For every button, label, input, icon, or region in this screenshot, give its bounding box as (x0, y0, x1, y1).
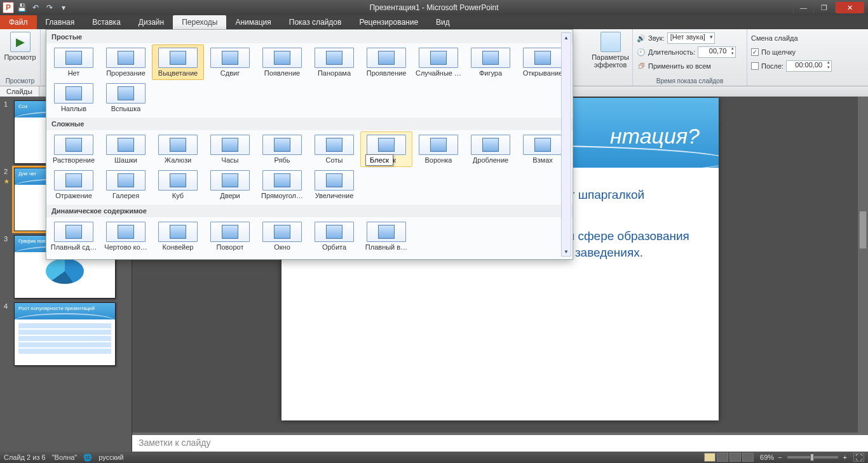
transition-label: Плавный в… (365, 243, 407, 251)
transition-панорама[interactable]: Панорама (308, 44, 360, 80)
effect-options-button[interactable]: Параметры эффектов (589, 30, 632, 70)
qat-menu[interactable]: ▾ (57, 2, 70, 13)
transition-label: Конвейер (163, 243, 194, 251)
language-label[interactable]: русский (98, 453, 123, 461)
transition-соты[interactable]: Соты (308, 131, 360, 167)
editor-vscrollbar[interactable] (858, 97, 868, 433)
transition-label: Наплыв (61, 105, 86, 112)
transition-thumb (262, 222, 302, 242)
transition-thumb (54, 170, 93, 191)
transition-сдвиг[interactable]: Сдвиг (204, 44, 256, 80)
transition-thumb (106, 170, 146, 191)
gallery-cat-dynamic: Динамическое содержимое (46, 204, 573, 217)
transition-дробление[interactable]: Дробление (465, 131, 517, 167)
apply-all-button[interactable]: 🗇 Применить ко всем (637, 60, 736, 72)
transition-жалюзи[interactable]: Жалюзи (152, 131, 204, 167)
ribbon-tab-strip: Файл Главная Вставка Дизайн Переходы Ани… (0, 15, 868, 29)
group-preview: ▶ Просмотр Просмотр (0, 29, 41, 86)
zoom-level[interactable]: 69% (760, 453, 774, 461)
transition-нет[interactable]: Нет (48, 44, 100, 80)
reading-view-button[interactable] (729, 453, 741, 462)
transition-проявление[interactable]: Проявление (360, 44, 412, 80)
transition-куб[interactable]: Куб (152, 167, 204, 203)
slides-tab[interactable]: Слайды (0, 86, 39, 97)
transition-label: Открывание (523, 69, 563, 77)
after-checkbox[interactable] (751, 62, 759, 70)
scroll-up-icon[interactable]: ▲ (562, 33, 571, 42)
tab-insert[interactable]: Вставка (83, 15, 130, 29)
close-button[interactable]: ✕ (835, 2, 864, 13)
transition-окно[interactable]: Окно (256, 218, 308, 254)
transition-рябь[interactable]: Рябь (256, 131, 308, 167)
transition-thumb (262, 48, 302, 68)
tab-animations[interactable]: Анимация (226, 15, 280, 29)
transition-орбита[interactable]: Орбита (308, 218, 360, 254)
transition-label: Выцветание (158, 69, 198, 77)
after-input[interactable]: 00:00,00 (786, 60, 832, 72)
transition-чертовоко[interactable]: Чертово ко… (100, 218, 152, 254)
sorter-view-button[interactable] (717, 453, 728, 462)
transition-увеличение[interactable]: Увеличение (308, 167, 360, 203)
fit-button[interactable]: ⛶ (853, 453, 864, 462)
tab-design[interactable]: Дизайн (130, 15, 173, 29)
scroll-thumb[interactable] (859, 211, 867, 249)
save-button[interactable]: 💾 (15, 2, 28, 13)
maximize-button[interactable]: ❐ (813, 2, 834, 13)
notes-pane[interactable]: Заметки к слайду (132, 433, 868, 452)
transition-прорезание[interactable]: Прорезание (100, 44, 152, 80)
transition-вспышка[interactable]: Вспышка (100, 80, 152, 116)
transition-label: Панорама (318, 69, 351, 77)
tab-view[interactable]: Вид (427, 15, 459, 29)
transition-прямоугол[interactable]: Прямоугол… (256, 167, 308, 203)
preview-button[interactable]: ▶ Просмотр (1, 30, 38, 62)
effect-options-label: Параметры эффектов (592, 53, 629, 69)
zoom-slider[interactable] (787, 456, 838, 459)
gallery-cat-complex: Сложные (46, 117, 573, 130)
thumb-preview: Рост популярности презентаций (14, 302, 116, 366)
minimize-button[interactable]: — (793, 2, 813, 13)
scroll-down-icon[interactable]: ▼ (562, 247, 571, 256)
transition-thumb (158, 135, 198, 155)
redo-button[interactable]: ↷ (43, 2, 56, 13)
transition-thumb (367, 222, 406, 242)
transition-label: Фигура (479, 69, 502, 77)
transition-фигура[interactable]: Фигура (465, 44, 517, 80)
transition-воронка[interactable]: Воронка (412, 131, 465, 167)
zoom-handle[interactable] (810, 453, 814, 461)
transition-двери[interactable]: Двери (204, 167, 256, 203)
sound-dropdown[interactable]: [Нет звука] (667, 32, 715, 44)
undo-button[interactable]: ↶ (29, 2, 42, 13)
transition-поворот[interactable]: Поворот (204, 218, 256, 254)
slide-thumbnail[interactable]: 4Рост популярности презентаций (14, 302, 126, 366)
transition-отражение[interactable]: Отражение (48, 167, 100, 203)
slideshow-view-button[interactable] (742, 453, 754, 462)
on-click-checkbox[interactable]: ✓ (751, 48, 759, 56)
tab-home[interactable]: Главная (37, 15, 84, 29)
duration-input[interactable]: 00,70 (698, 46, 736, 58)
transition-появление[interactable]: Появление (256, 44, 308, 80)
tab-file[interactable]: Файл (0, 15, 37, 29)
transition-шашки[interactable]: Шашки (100, 131, 152, 167)
gallery-cat-simple: Простые (46, 30, 573, 43)
transition-часы[interactable]: Часы (204, 131, 256, 167)
transition-плавныйв[interactable]: Плавный в… (360, 218, 412, 254)
transition-растворение[interactable]: Растворение (48, 131, 100, 167)
tab-slideshow[interactable]: Показ слайдов (280, 15, 351, 29)
normal-view-button[interactable] (704, 453, 715, 462)
transition-конвейер[interactable]: Конвейер (152, 218, 204, 254)
transition-наплыв[interactable]: Наплыв (48, 80, 100, 116)
transition-thumb (315, 222, 354, 242)
transition-label: Прямоугол… (261, 192, 303, 199)
zoom-out-button[interactable]: − (778, 453, 782, 461)
transition-label: Увеличение (315, 192, 354, 199)
transition-выцветание[interactable]: Выцветание (152, 44, 204, 80)
transition-галерея[interactable]: Галерея (100, 167, 152, 203)
zoom-in-button[interactable]: + (843, 453, 847, 461)
transition-плавныйсд[interactable]: Плавный сд… (48, 218, 100, 254)
tab-transitions[interactable]: Переходы (173, 15, 226, 29)
tab-review[interactable]: Рецензирование (350, 15, 427, 29)
transition-случайные[interactable]: Случайные … (412, 44, 465, 80)
gallery-scrollbar[interactable]: ▲ ▼ (561, 32, 571, 257)
transition-label: Случайные … (416, 69, 461, 77)
app-icon[interactable]: P (3, 2, 14, 13)
